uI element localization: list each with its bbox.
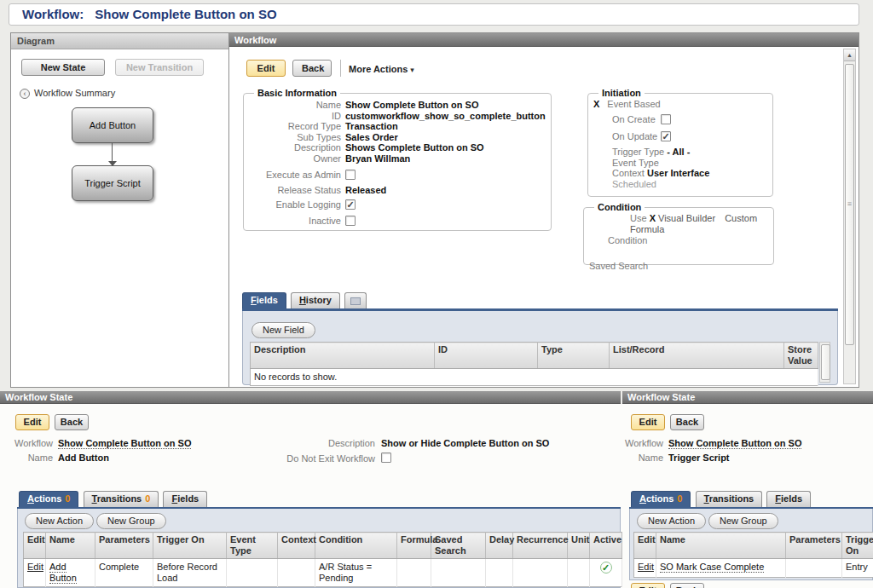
col-name[interactable]: Name [656,533,786,559]
col-store-value[interactable]: Store Value [784,343,818,369]
release-status-label: Release Status [249,185,341,195]
col-formula[interactable]: Formula [397,533,431,559]
row-name-link[interactable]: Add Button [49,562,77,584]
fields-table-scrollbar[interactable] [819,342,830,383]
owner-label: Owner [249,153,341,164]
state-right-name-label: Name [622,453,663,463]
state-right-edit-button-partial[interactable]: Edit [631,583,665,588]
row-name-link[interactable]: SO Mark Case Complete [660,562,764,573]
scroll-grip-icon: ≡ [846,199,853,208]
col-description[interactable]: Description [251,343,435,369]
col-parameters[interactable]: Parameters [95,533,153,559]
state-right-workflow-link[interactable]: Show Complete Button on SO [668,438,801,449]
tab-fields-label: Fields [171,492,199,506]
col-saved-search[interactable]: Saved Search [431,533,486,559]
tab-transitions-count: 0 [145,493,150,504]
diagram-panel-title: Diagram [17,36,55,46]
state-right-actions-table: Edit Name Parameters Trigger On Edit SO … [633,532,873,578]
on-update-checkbox[interactable]: ✓ [661,131,671,141]
workflow-edit-button[interactable]: Edit [246,60,286,77]
row-edit-link[interactable]: Edit [27,562,43,572]
row-edit-link[interactable]: Edit [638,562,654,572]
state-left-description-value: Show or Hide Complete Button on SO [381,438,549,448]
more-actions-menu[interactable]: More Actions ▾ [349,64,414,74]
inactive-checkbox[interactable] [345,216,356,226]
col-name[interactable]: Name [46,533,95,559]
col-edit[interactable]: Edit [24,533,46,559]
trigger-type-value: - All - [667,147,690,157]
state-right-back-button[interactable]: Back [670,414,704,430]
basic-information-fieldset: Basic Information NameShow Complete Butt… [243,88,552,231]
col-list-record[interactable]: List/Record [610,343,784,369]
row-unit [568,559,590,587]
tab-fields[interactable]: Fields [242,292,286,308]
state-left-back-button[interactable]: Back [55,414,89,430]
col-context[interactable]: Context [278,533,315,559]
list-icon [350,297,361,305]
diagram-state-trigger-script[interactable]: Trigger Script [72,165,153,201]
initiation-legend: Initiation [598,88,645,98]
tab-list-icon[interactable] [344,292,367,308]
on-create-checkbox[interactable] [661,114,671,124]
trigger-type-label: Trigger Type [612,147,664,157]
description-label: Description [249,142,341,153]
fields-table-scroll-thumb[interactable] [821,344,830,380]
visual-builder-marker: X [650,213,656,223]
inactive-label: Inactive [249,216,341,226]
on-create-label: On Create [612,114,656,124]
enable-logging-checkbox[interactable]: ✓ [345,199,356,210]
execute-as-admin-checkbox[interactable] [345,170,356,180]
col-type[interactable]: Type [538,343,610,369]
condition-fieldset: Condition Use X Visual Builder Custom Fo… [583,202,774,265]
workflow-scroll-thumb[interactable]: ≡ [845,64,854,345]
state-left-edit-button[interactable]: Edit [15,414,49,430]
col-event-type[interactable]: Event Type [227,533,278,559]
state-left-tab-transitions[interactable]: Transitions0 [84,491,159,507]
netsuite-workflow-page: Workflow: Show Complete Button on SO Dia… [0,0,873,588]
state-left-tab-fields[interactable]: Fields [163,491,207,507]
col-id[interactable]: ID [435,343,538,369]
workflow-panel-scrollbar[interactable]: ▲ ≡ [843,49,856,384]
workflow-summary-link[interactable]: ‹Workflow Summary [20,88,115,99]
row-formula [397,559,431,587]
state-right-new-action-button[interactable]: New Action [637,513,706,529]
col-trigger-on[interactable]: Trigger On [153,533,227,559]
col-trigger-on[interactable]: Trigger On [842,533,873,559]
more-actions-label: More Actions [349,64,408,74]
state-left-new-action-button[interactable]: New Action [25,513,94,529]
col-parameters[interactable]: Parameters [786,533,842,559]
state-right-new-group-button[interactable]: New Group [708,513,778,529]
state-right-tab-transitions[interactable]: Transitions [696,491,763,507]
state-right-edit-button[interactable]: Edit [631,414,665,430]
diagram-state-trigger-script-label: Trigger Script [84,178,141,188]
visual-builder-option[interactable]: Visual Builder [658,213,715,223]
new-transition-button: New Transition [115,59,204,76]
col-unit[interactable]: Unit [568,533,590,559]
new-field-button[interactable]: New Field [251,322,315,338]
state-right-tab-actions[interactable]: Actions0 [631,491,691,507]
state-right-tab-fields[interactable]: Fields [766,491,811,507]
diagram-panel: Diagram New State New Transition ‹Workfl… [10,32,235,388]
col-recurrence[interactable]: Recurrence [513,533,568,559]
page-title: Workflow: [22,7,84,21]
state-right-back-button-partial[interactable]: Back [670,583,704,588]
tab-history-label: History [299,293,332,308]
tab-actions-count: 0 [65,493,70,504]
col-edit[interactable]: Edit [634,533,656,559]
col-condition[interactable]: Condition [315,533,397,559]
scroll-up-button[interactable]: ▲ [844,49,855,61]
state-left-workflow-link[interactable]: Show Complete Button on SO [58,438,191,449]
workflow-back-button[interactable]: Back [292,60,332,77]
diagram-state-add-button[interactable]: Add Button [72,107,153,143]
state-left-new-group-button[interactable]: New Group [96,513,166,529]
tab-history[interactable]: History [291,292,340,308]
tab-fields-label: Fields [251,293,278,308]
tab-actions-count: 0 [677,493,682,504]
do-not-exit-workflow-checkbox[interactable] [381,453,391,463]
saved-search-label: Saved Search [589,261,648,271]
new-state-button[interactable]: New State [21,59,105,76]
col-delay[interactable]: Delay [486,533,513,559]
col-active[interactable]: Active [590,533,622,559]
state-left-tab-actions[interactable]: Actions0 [19,491,78,507]
state-left-actions-table: Edit Name Parameters Trigger On Event Ty… [23,532,622,587]
